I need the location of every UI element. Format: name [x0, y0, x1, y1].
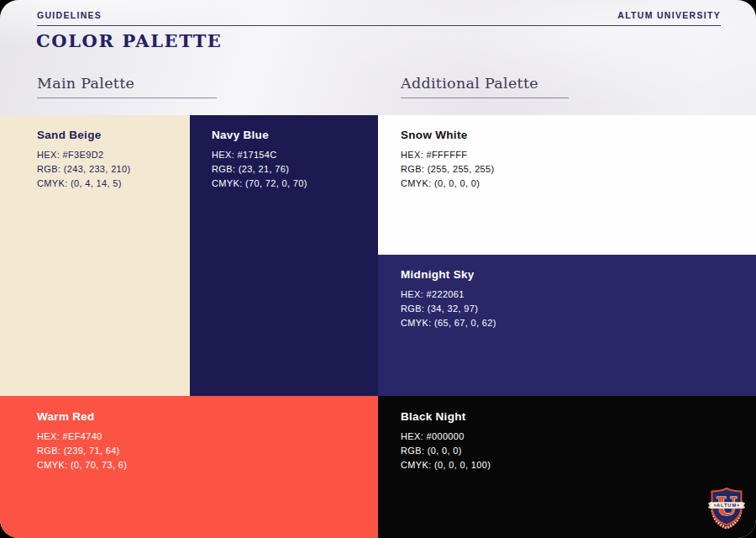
swatch-hex: HEX: #222061	[401, 288, 748, 300]
swatch-cmyk: CMYK: (0, 0, 0, 100)	[401, 459, 748, 471]
swatch-name: Sand Beige	[37, 129, 181, 141]
swatch-rgb: RGB: (0, 0, 0)	[401, 445, 748, 456]
swatch-rgb: RGB: (23, 21, 76)	[212, 163, 370, 175]
page-title: COLOR PALETTE	[36, 30, 222, 51]
swatch-hex: HEX: #000000	[401, 430, 748, 442]
swatch-hex: HEX: #FFFFFF	[401, 149, 748, 161]
header-rule	[37, 25, 721, 26]
guidelines-label: GUIDELINES	[37, 10, 102, 20]
swatch-name: Snow White	[401, 129, 748, 141]
swatch-warm-red: Warm Red HEX: #EF4740 RGB: (239, 71, 64)…	[0, 396, 378, 538]
swatch-rgb: RGB: (239, 71, 64)	[37, 445, 370, 456]
swatch-cmyk: CMYK: (70, 72, 0, 70)	[212, 177, 370, 189]
swatch-name: Black Night	[401, 410, 748, 423]
university-label: ALTUM UNIVERSITY	[617, 10, 721, 20]
crest-banner-text: ALTUM	[717, 503, 737, 508]
swatch-hex: HEX: #EF4740	[37, 430, 370, 442]
additional-palette-heading: Additional Palette	[401, 75, 569, 98]
swatch-midnight-sky: Midnight Sky HEX: #222061 RGB: (34, 32, …	[378, 255, 756, 396]
swatch-navy-blue: Navy Blue HEX: #17154C RGB: (23, 21, 76)…	[190, 115, 378, 396]
swatch-name: Navy Blue	[212, 129, 370, 141]
swatch-black-night: Black Night HEX: #000000 RGB: (0, 0, 0) …	[378, 396, 756, 538]
swatch-hex: HEX: #17154C	[212, 149, 370, 161]
swatch-sand-beige: Sand Beige HEX: #F3E9D2 RGB: (243, 233, …	[0, 115, 190, 396]
crest-shield-icon: U ALTUM	[707, 486, 746, 530]
swatch-snow-white: Snow White HEX: #FFFFFF RGB: (255, 255, …	[378, 115, 756, 255]
swatch-name: Midnight Sky	[401, 268, 748, 281]
swatch-cmyk: CMYK: (0, 4, 14, 5)	[37, 177, 181, 189]
swatch-rgb: RGB: (34, 32, 97)	[401, 303, 748, 314]
guidelines-page: GUIDELINES ALTUM UNIVERSITY COLOR PALETT…	[0, 0, 756, 538]
swatch-hex: HEX: #F3E9D2	[37, 149, 181, 161]
swatch-rgb: RGB: (255, 255, 255)	[401, 163, 748, 175]
swatch-name: Warm Red	[37, 410, 370, 423]
swatch-cmyk: CMYK: (0, 0, 0, 0)	[401, 177, 748, 189]
swatch-cmyk: CMYK: (65, 67, 0, 62)	[401, 317, 748, 329]
main-palette-heading: Main Palette	[37, 75, 217, 98]
swatch-rgb: RGB: (243, 233, 210)	[37, 163, 181, 175]
swatch-cmyk: CMYK: (0, 70, 73, 6)	[37, 459, 370, 471]
altum-crest-logo: U ALTUM	[707, 486, 746, 530]
